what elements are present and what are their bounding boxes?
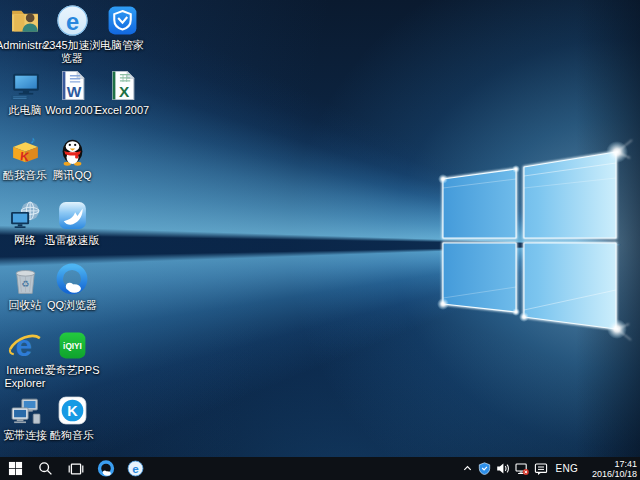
chevron-up-icon [462,463,473,474]
language-indicator[interactable]: ENG [553,463,580,474]
speaker-icon [496,462,510,475]
clock-date: 2016/10/18 [585,469,637,479]
desktop-icon-label: 爱奇艺PPS [43,364,101,377]
network-globe-icon [1,198,49,232]
desktop-icon-kuwo-music[interactable]: K ♪ 酷我音乐 [1,133,49,182]
kuwo-music-box-icon: K ♪ [1,133,49,167]
administrator-folder-icon [1,3,49,37]
qq-penguin-icon [48,133,96,167]
taskbar-2345-browser-button[interactable]: e [121,457,150,480]
desktop-icon-label: 电脑管家 [93,39,151,52]
desktop-icon-this-pc[interactable]: 此电脑 [1,68,49,117]
2345-browser-icon: e [48,3,96,37]
desktop-icon-iqiyi[interactable]: iQIYI 爱奇艺PPS [48,328,96,377]
windows-start-icon [8,461,23,476]
qq-browser-icon [97,460,115,478]
desktop-icon-excel-2007[interactable]: X Excel 2007 [98,68,146,117]
pc-manager-shield-icon [98,3,146,37]
desktop-icon-label: 迅雷极速版 [43,234,101,247]
ie-icon: e [1,328,49,362]
clock-time: 17:41 [585,459,637,469]
desktop-icon-kugou[interactable]: K 酷狗音乐 [48,393,96,442]
desktop-icon-network[interactable]: 网络 [1,198,49,247]
2345-browser-icon: e [127,460,144,477]
svg-text:K: K [19,149,29,164]
desktop-icon-thunder[interactable]: 迅雷极速版 [48,198,96,247]
desktop-icon-pc-manager[interactable]: 电脑管家 [98,3,146,52]
tray-clock[interactable]: 17:41 2016/10/18 [585,459,639,479]
desktop-icon-broadband[interactable]: 宽带连接 [1,393,49,442]
recycle-bin-icon: ♻ [1,263,49,297]
taskbar: e [0,457,640,480]
search-icon [38,461,53,476]
this-pc-monitor-icon [1,68,49,102]
svg-text:W: W [66,82,81,99]
tray-network[interactable] [515,457,529,480]
tray-volume[interactable] [496,457,510,480]
iqiyi-icon: iQIYI [48,328,96,362]
excel-document-icon: X [98,68,146,102]
desktop-icon-administrator[interactable]: Administra... [1,3,49,52]
action-center-icon [534,462,548,476]
network-disconnected-icon [515,462,529,476]
shield-icon [478,462,491,475]
desktop-icon-recycle-bin[interactable]: ♻ 回收站 [1,263,49,312]
desktop-icon-2345-browser[interactable]: e 2345加速浏览器 [48,3,96,65]
taskbar-qq-browser-button[interactable] [91,457,120,480]
task-view-button[interactable] [61,457,90,480]
hidden-icons-chevron[interactable] [462,457,473,480]
svg-text:e: e [132,462,139,475]
word-document-icon: W [48,68,96,102]
kugou-k-icon: K [48,393,96,427]
desktop-icon-label: QQ浏览器 [43,299,101,312]
svg-text:K: K [67,402,78,418]
search-button[interactable] [31,457,60,480]
start-button[interactable] [1,457,30,480]
system-tray: ENG 17:41 2016/10/18 [462,457,639,480]
tray-pc-manager[interactable] [478,457,491,480]
desktop-icon-qq-browser[interactable]: QQ浏览器 [48,263,96,312]
task-view-icon [68,461,84,477]
svg-text:♪: ♪ [30,135,35,145]
desktop-icon-label: 酷狗音乐 [43,429,101,442]
windows-hero-logo [420,135,640,345]
broadband-connection-icon [1,393,49,427]
desktop-icon-tencent-qq[interactable]: 腾讯QQ [48,133,96,182]
svg-text:♻: ♻ [21,279,29,289]
desktop-icon-label: 腾讯QQ [43,169,101,182]
desktop-wallpaper [0,0,640,457]
desktop-icon-label: Excel 2007 [93,104,151,117]
desktop-icon-internet-explorer[interactable]: e Internet Explorer [1,328,49,390]
thunder-bird-icon [48,198,96,232]
tray-action-center[interactable] [534,457,548,480]
svg-text:X: X [118,82,129,99]
windows-desktop-screen: Administra... e 2345加速浏览器 电脑管家 [0,0,640,480]
svg-text:iQIYI: iQIYI [63,342,82,351]
qq-browser-q-icon [48,263,96,297]
desktop-icon-word-2007[interactable]: W Word 2007 [48,68,96,117]
svg-text:e: e [16,329,33,362]
svg-text:e: e [65,8,78,34]
